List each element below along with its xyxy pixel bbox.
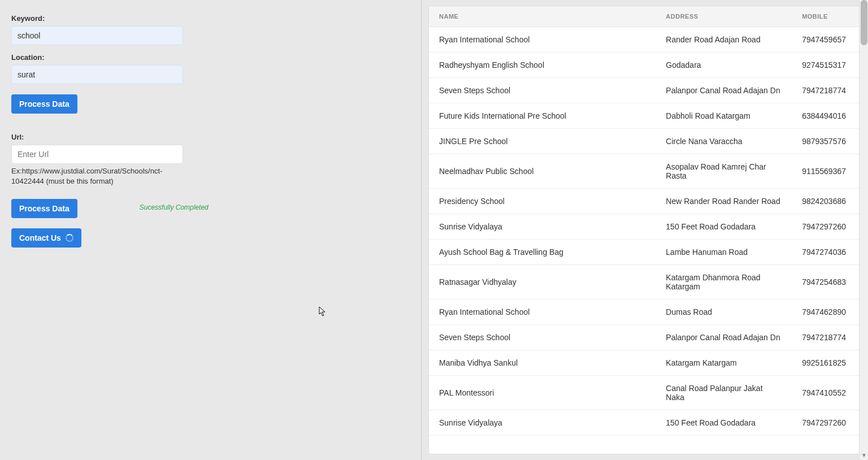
cell-name: Ayush School Bag & Travelling Bag bbox=[429, 240, 656, 265]
left-panel: Keyword: Location: Process Data Url: Ex:… bbox=[0, 0, 422, 460]
cell-name: Radheyshyam English School bbox=[429, 53, 656, 78]
location-label: Location: bbox=[11, 53, 410, 62]
header-mobile: MOBILE bbox=[792, 6, 861, 27]
cell-mobile: 7947297260 bbox=[792, 214, 861, 240]
table-row[interactable]: Radheyshyam English SchoolGodadara927451… bbox=[429, 53, 861, 78]
cell-mobile: 7947297260 bbox=[792, 410, 861, 436]
table-row[interactable]: Ryan International SchoolRander Road Ada… bbox=[429, 27, 861, 53]
cell-name: Sunrise Vidyalaya bbox=[429, 214, 656, 240]
cell-name: Presidency School bbox=[429, 189, 656, 214]
cell-mobile: 9879357576 bbox=[792, 129, 861, 154]
cell-name: Seven Steps School bbox=[429, 78, 656, 103]
cell-address: Katargam Dhanmora Road Katargam bbox=[656, 265, 792, 300]
cell-mobile: 7947274036 bbox=[792, 240, 861, 265]
url-input[interactable] bbox=[11, 145, 183, 164]
table-row[interactable]: JINGLE Pre SchoolCircle Nana Varaccha987… bbox=[429, 129, 861, 154]
cell-mobile: 7947254683 bbox=[792, 265, 861, 300]
cell-mobile: 7947462890 bbox=[792, 300, 861, 325]
url-group: Url: Ex:https://www.justdial.com/Surat/S… bbox=[11, 133, 410, 186]
cell-name: JINGLE Pre School bbox=[429, 129, 656, 154]
cell-address: Katargam Katargam bbox=[656, 350, 792, 376]
table-row[interactable]: Seven Steps SchoolPalanpor Canal Road Ad… bbox=[429, 325, 861, 350]
table-row[interactable]: Sunrise Vidyalaya150 Feet Road Godadara7… bbox=[429, 214, 861, 240]
cell-mobile: 7947459657 bbox=[792, 27, 861, 53]
spinner-icon bbox=[66, 234, 73, 242]
cell-address: Godadara bbox=[656, 53, 792, 78]
url-hint: Ex:https://www.justdial.com/Surat/School… bbox=[11, 166, 186, 186]
scrollbar[interactable]: ▲ ▼ bbox=[859, 0, 868, 460]
cell-name: Ryan International School bbox=[429, 27, 656, 53]
right-panel: NAME ADDRESS MOBILE Ryan International S… bbox=[422, 0, 868, 460]
cell-address: Dabholi Road Katargam bbox=[656, 103, 792, 129]
keyword-label: Keyword: bbox=[11, 14, 410, 23]
header-name: NAME bbox=[429, 6, 656, 27]
cell-mobile: 9115569367 bbox=[792, 154, 861, 189]
table-header-row: NAME ADDRESS MOBILE bbox=[429, 6, 861, 27]
url-label: Url: bbox=[11, 133, 410, 141]
keyword-group: Keyword: bbox=[11, 14, 410, 45]
table-row[interactable]: PAL MontessoriCanal Road Palanpur Jakat … bbox=[429, 376, 861, 410]
cell-name: PAL Montessori bbox=[429, 376, 656, 410]
cell-mobile: 9824203686 bbox=[792, 189, 861, 214]
table-row[interactable]: Sunrise Vidyalaya150 Feet Road Godadara7… bbox=[429, 410, 861, 436]
cell-mobile: 9925161825 bbox=[792, 350, 861, 376]
cell-name: Seven Steps School bbox=[429, 325, 656, 350]
cell-mobile: 6384494016 bbox=[792, 103, 861, 129]
process-data-button-2[interactable]: Process Data bbox=[11, 199, 77, 218]
cell-address: Palanpor Canal Road Adajan Dn bbox=[656, 78, 792, 103]
cell-address: 150 Feet Road Godadara bbox=[656, 214, 792, 240]
status-row: Process Data Sucessfully Completed bbox=[11, 197, 410, 218]
cell-name: Sunrise Vidyalaya bbox=[429, 410, 656, 436]
header-address: ADDRESS bbox=[656, 6, 792, 27]
table-row[interactable]: Presidency SchoolNew Rander Road Rander … bbox=[429, 189, 861, 214]
cell-address: Circle Nana Varaccha bbox=[656, 129, 792, 154]
cell-address: Dumas Road bbox=[656, 300, 792, 325]
results-table-container: NAME ADDRESS MOBILE Ryan International S… bbox=[428, 6, 861, 454]
location-input[interactable] bbox=[11, 65, 183, 84]
cell-address: Lambe Hanuman Road bbox=[656, 240, 792, 265]
cell-mobile: 7947218774 bbox=[792, 325, 861, 350]
keyword-input[interactable] bbox=[11, 26, 183, 45]
table-row[interactable]: Future Kids International Pre SchoolDabh… bbox=[429, 103, 861, 129]
cell-address: Canal Road Palanpur Jakat Naka bbox=[656, 376, 792, 410]
table-row[interactable]: Ratnasagar VidhyalayKatargam Dhanmora Ro… bbox=[429, 265, 861, 300]
cell-name: Ryan International School bbox=[429, 300, 656, 325]
scroll-down-icon[interactable]: ▼ bbox=[861, 452, 867, 459]
cell-address: 150 Feet Road Godadara bbox=[656, 410, 792, 436]
contact-us-button[interactable]: Contact Us bbox=[11, 228, 81, 248]
table-row[interactable]: Seven Steps SchoolPalanpor Canal Road Ad… bbox=[429, 78, 861, 103]
cell-name: Future Kids International Pre School bbox=[429, 103, 656, 129]
cell-name: Maniba Vidhya Sankul bbox=[429, 350, 656, 376]
contact-us-label: Contact Us bbox=[19, 233, 61, 242]
table-row[interactable]: Ayush School Bag & Travelling BagLambe H… bbox=[429, 240, 861, 265]
results-table: NAME ADDRESS MOBILE Ryan International S… bbox=[429, 6, 861, 436]
scroll-thumb[interactable] bbox=[861, 0, 867, 45]
table-row[interactable]: Maniba Vidhya SankulKatargam Katargam992… bbox=[429, 350, 861, 376]
cell-address: Asopalav Road Kamrej Char Rasta bbox=[656, 154, 792, 189]
cell-address: Rander Road Adajan Road bbox=[656, 27, 792, 53]
cell-name: Ratnasagar Vidhyalay bbox=[429, 265, 656, 300]
table-row[interactable]: Neelmadhav Public SchoolAsopalav Road Ka… bbox=[429, 154, 861, 189]
status-text: Sucessfully Completed bbox=[140, 203, 209, 211]
cell-mobile: 9274515317 bbox=[792, 53, 861, 78]
url-section: Url: Ex:https://www.justdial.com/Surat/S… bbox=[11, 133, 410, 248]
location-group: Location: bbox=[11, 53, 410, 84]
cell-address: Palanpor Canal Road Adajan Dn bbox=[656, 325, 792, 350]
process-data-button-1[interactable]: Process Data bbox=[11, 94, 77, 114]
cell-mobile: 7947410552 bbox=[792, 376, 861, 410]
table-row[interactable]: Ryan International SchoolDumas Road79474… bbox=[429, 300, 861, 325]
cell-mobile: 7947218774 bbox=[792, 78, 861, 103]
cell-address: New Rander Road Rander Road bbox=[656, 189, 792, 214]
cell-name: Neelmadhav Public School bbox=[429, 154, 656, 189]
